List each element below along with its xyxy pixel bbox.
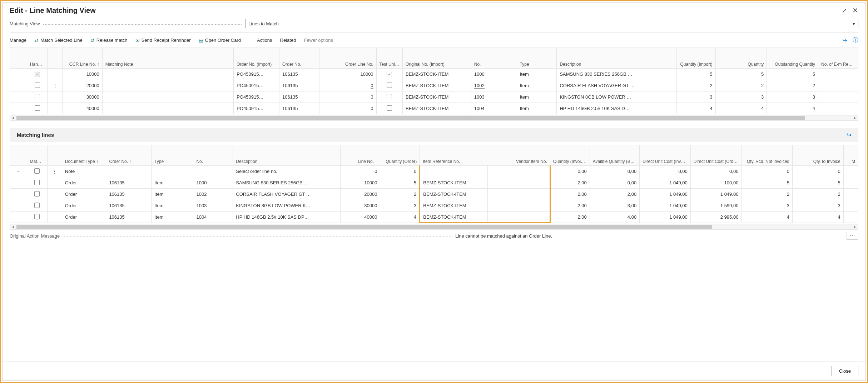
- close-icon[interactable]: ✕: [852, 6, 858, 15]
- cell-order-no[interactable]: 106135: [106, 212, 152, 223]
- grid2-hscroll[interactable]: ◄ ►: [10, 224, 858, 230]
- checkbox-icon[interactable]: [387, 72, 392, 77]
- cell-qty-to-inv[interactable]: 2: [793, 189, 844, 200]
- scroll-left-icon[interactable]: ◄: [10, 224, 16, 229]
- col-description[interactable]: Description: [557, 48, 676, 69]
- cell-order-no[interactable]: 106135: [279, 80, 319, 91]
- cell-type[interactable]: Item: [517, 103, 557, 114]
- cell-duc-order[interactable]: 0,00: [690, 166, 741, 177]
- cell-type[interactable]: [152, 166, 193, 177]
- col-matching-note[interactable]: Matching Note: [102, 48, 233, 69]
- col-handled[interactable]: Han… (in sess…: [27, 48, 48, 69]
- cell-original-no[interactable]: BEMZ-STOCK-ITEM: [403, 69, 471, 80]
- cell-type[interactable]: Item: [152, 177, 193, 189]
- cell-test-unit-costs[interactable]: [376, 80, 402, 91]
- col2-avail-qty[interactable]: Availble Quantity (Base): [590, 145, 639, 166]
- col2-order-no[interactable]: Order No. ↑: [106, 145, 152, 166]
- cell-duc-invoice[interactable]: 1 049,00: [640, 189, 691, 200]
- cell-avail-qty[interactable]: 3,00: [590, 200, 639, 212]
- cell-no[interactable]: 1004: [193, 212, 233, 223]
- cell-description[interactable]: HP HD 146GB 2.5# 10K SAS DP…: [233, 212, 341, 223]
- cell-item-ref[interactable]: BEMZ-STOCK-ITEM: [420, 189, 488, 200]
- cell-doc-type[interactable]: Order: [62, 189, 106, 200]
- cell-match-line[interactable]: [27, 212, 47, 223]
- checkbox-icon[interactable]: [34, 168, 40, 174]
- cell-outstanding[interactable]: 3: [767, 91, 818, 103]
- scroll-right-icon[interactable]: ►: [852, 224, 858, 229]
- cell-order-no[interactable]: [106, 166, 152, 177]
- cell-qty-invoice[interactable]: 2,00: [550, 200, 590, 212]
- cell-duc-invoice[interactable]: 1 049,00: [640, 177, 691, 189]
- cell-reminders[interactable]: [818, 91, 858, 103]
- col-order-no[interactable]: Order No.: [279, 48, 319, 69]
- cell-test-unit-costs[interactable]: [376, 91, 402, 103]
- cell-vendor-item[interactable]: [488, 166, 550, 177]
- col2-line-no[interactable]: Line No. ↑: [341, 145, 380, 166]
- col-order-no-import[interactable]: Order No. (Import): [234, 48, 279, 69]
- cell-reminders[interactable]: [818, 80, 858, 91]
- fewer-options-button[interactable]: Fewer options: [304, 38, 333, 43]
- cell-type[interactable]: Item: [152, 189, 193, 200]
- more-button[interactable]: ⋯: [847, 232, 858, 240]
- col-test-unit-costs[interactable]: Test Unit Costs: [376, 48, 402, 69]
- table-row[interactable]: 30000PO450915…1061350BEMZ-STOCK-ITEM1003…: [10, 91, 858, 103]
- cell-qty-to-inv[interactable]: 0: [793, 166, 844, 177]
- table-row[interactable]: Order106135Item1003KINGSTON 8GB LOW POWE…: [10, 200, 858, 212]
- col-ocr-line[interactable]: OCR Line No. ↑: [62, 48, 102, 69]
- col-qty-import[interactable]: Quantity (Import): [676, 48, 715, 69]
- cell-qty-order[interactable]: 0: [380, 166, 420, 177]
- cell-doc-type[interactable]: Order: [62, 177, 106, 189]
- cell-qty-invoice[interactable]: 2,00: [550, 212, 590, 223]
- open-order-card-button[interactable]: ▤ Open Order Card: [199, 38, 241, 43]
- actions-menu[interactable]: Actions: [257, 38, 272, 43]
- col2-description[interactable]: Description: [233, 145, 341, 166]
- cell-order-no-import[interactable]: PO450915…: [234, 80, 279, 91]
- col2-qty-order[interactable]: Quantity (Order): [380, 145, 420, 166]
- col2-extra[interactable]: M: [843, 145, 858, 166]
- cell-no[interactable]: 1002: [193, 189, 233, 200]
- cell-matching-note[interactable]: [102, 69, 233, 80]
- cell-vendor-item[interactable]: [488, 200, 550, 212]
- col-order-line-no[interactable]: Order Line No.: [319, 48, 376, 69]
- col2-item-ref[interactable]: Item Reference No.: [420, 145, 488, 166]
- col-outstanding[interactable]: Outstanding Quantity: [767, 48, 818, 69]
- scroll-right-icon[interactable]: ►: [852, 115, 858, 120]
- cell-order-no-import[interactable]: PO450915…: [234, 103, 279, 114]
- table-row[interactable]: 40000PO450915…1061350BEMZ-STOCK-ITEM1004…: [10, 103, 858, 114]
- cell-doc-type[interactable]: Order: [62, 212, 106, 223]
- close-button[interactable]: Close: [832, 366, 858, 376]
- cell-avail-qty[interactable]: 2,00: [590, 189, 639, 200]
- cell-qty-order[interactable]: 3: [380, 200, 420, 212]
- cell-reminders[interactable]: [818, 103, 858, 114]
- cell-doc-type[interactable]: Order: [62, 200, 106, 212]
- scroll-thumb[interactable]: [16, 116, 805, 120]
- cell-description[interactable]: KINGSTON 8GB LOW POWER K…: [233, 200, 341, 212]
- cell-line-no[interactable]: 0: [341, 166, 380, 177]
- checkbox-icon[interactable]: [34, 203, 40, 208]
- cell-handled[interactable]: [27, 80, 48, 91]
- cell-duc-invoice[interactable]: 1 049,00: [640, 200, 691, 212]
- cell-order-no-import[interactable]: PO450915…: [234, 69, 279, 80]
- checkbox-icon[interactable]: [387, 83, 392, 88]
- col2-vendor-item[interactable]: Vendor Item No.: [488, 145, 550, 166]
- cell-item-ref[interactable]: BEMZ-STOCK-ITEM: [420, 212, 488, 223]
- col-reminders[interactable]: No. of E-m Remind Se (Docume Ti: [818, 48, 858, 69]
- row-menu-button[interactable]: ⋮: [47, 166, 62, 177]
- cell-description[interactable]: KINGSTON 8GB LOW POWER …: [557, 91, 676, 103]
- cell-type[interactable]: Item: [152, 200, 193, 212]
- cell-match-line[interactable]: [27, 189, 47, 200]
- cell-original-no[interactable]: BEMZ-STOCK-ITEM: [403, 91, 471, 103]
- cell-qty-import[interactable]: 2: [676, 80, 715, 91]
- cell-description[interactable]: Select order line no.: [233, 166, 341, 177]
- cell-qty[interactable]: 2: [715, 80, 767, 91]
- table-row[interactable]: →⋮20000PO450915…1061350BEMZ-STOCK-ITEM10…: [10, 80, 858, 91]
- cell-qty-import[interactable]: 3: [676, 91, 715, 103]
- cell-vendor-item[interactable]: [488, 189, 550, 200]
- cell-type[interactable]: Item: [152, 212, 193, 223]
- cell-vendor-item[interactable]: [488, 177, 550, 189]
- cell-qty[interactable]: 4: [715, 103, 767, 114]
- col2-match-line[interactable]: Mat… Line: [27, 145, 47, 166]
- cell-qty[interactable]: 5: [715, 69, 767, 80]
- cell-order-line-no[interactable]: 0: [319, 91, 376, 103]
- cell-outstanding[interactable]: 2: [767, 80, 818, 91]
